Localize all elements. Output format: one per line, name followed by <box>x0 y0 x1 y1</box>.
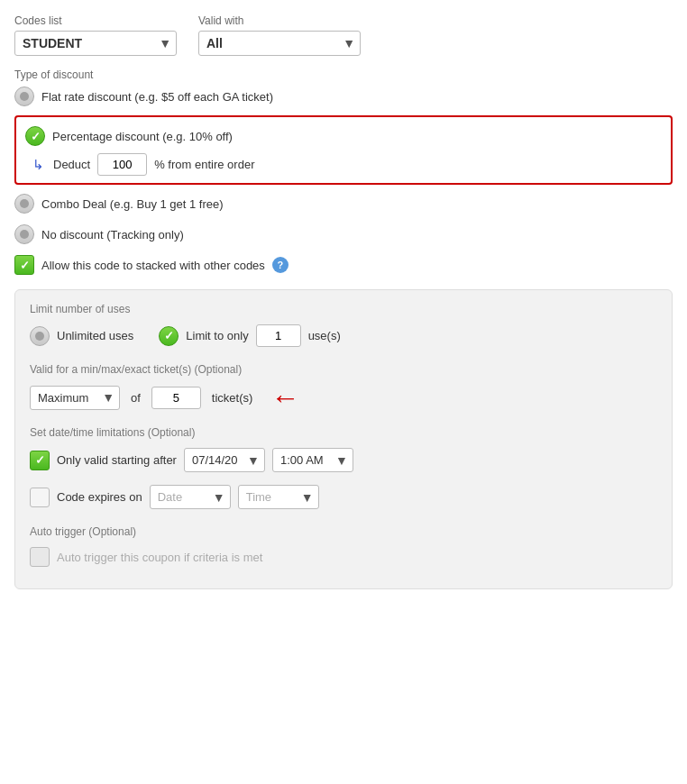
red-arrow-icon: ← <box>270 383 299 412</box>
valid-tickets-section: Valid for a min/max/exact ticket(s) (Opt… <box>30 363 657 412</box>
valid-with-label: Valid with <box>198 14 361 27</box>
deduct-arrow-icon: ↳ <box>32 157 44 173</box>
time-select[interactable]: 1:00 AM <box>272 448 353 472</box>
limit-only-option-row: Limit to only use(s) <box>159 323 341 349</box>
flat-rate-label: Flat rate discount (e.g. $5 off each GA … <box>41 90 273 104</box>
top-selects-row: Codes list STUDENT ▼ Valid with All ▼ <box>14 14 673 56</box>
expires-date-select[interactable]: Date <box>150 485 231 509</box>
expires-time-select[interactable]: Time <box>238 485 319 509</box>
tickets-select[interactable]: Maximum Minimum Exact <box>30 386 120 410</box>
deduct-suffix: % from entire order <box>154 158 254 171</box>
percentage-label: Percentage discount (e.g. 10% off) <box>52 130 233 143</box>
deduct-label: Deduct <box>53 158 90 171</box>
stacked-label: Allow this code to stacked with other co… <box>41 259 265 272</box>
type-of-discount-section: Type of discount Flat rate discount (e.g… <box>14 68 673 277</box>
combo-radio[interactable] <box>14 194 34 214</box>
auto-trigger-label: Auto trigger (Optional) <box>30 525 657 538</box>
valid-with-select[interactable]: All <box>198 31 361 56</box>
starting-after-row: Only valid starting after 07/14/20 ▼ 1:0… <box>30 446 657 474</box>
starting-after-label: Only valid starting after <box>57 453 177 467</box>
no-discount-radio[interactable] <box>14 224 34 244</box>
combo-label: Combo Deal (e.g. Buy 1 get 1 free) <box>41 197 224 211</box>
auto-trigger-text: Auto trigger this coupon if criteria is … <box>57 551 262 564</box>
auto-trigger-row: Auto trigger this coupon if criteria is … <box>30 545 657 569</box>
type-of-discount-label: Type of discount <box>14 68 673 81</box>
datetime-label: Set date/time limitations (Optional) <box>30 426 657 439</box>
combo-radio-inner <box>20 199 29 208</box>
expires-checkbox[interactable] <box>30 488 50 507</box>
auto-trigger-section: Auto trigger (Optional) Auto trigger thi… <box>30 525 657 569</box>
gray-panel: Limit number of uses Unlimited uses Limi… <box>14 289 673 589</box>
stacked-help-icon[interactable]: ? <box>272 257 289 273</box>
no-discount-label: No discount (Tracking only) <box>41 228 184 242</box>
limit-only-suffix: use(s) <box>308 329 341 342</box>
flat-rate-radio-inner <box>20 92 29 101</box>
percentage-radio[interactable] <box>25 126 45 146</box>
deduct-input[interactable] <box>97 153 147 176</box>
of-label: of <box>131 391 141 405</box>
limit-uses-label: Limit number of uses <box>30 303 657 315</box>
percentage-highlight-box: Percentage discount (e.g. 10% off) ↳ Ded… <box>14 115 673 185</box>
date-select-wrapper[interactable]: 07/14/20 ▼ <box>184 448 265 472</box>
tickets-count-input[interactable] <box>151 387 201 409</box>
codes-list-col: Codes list STUDENT ▼ <box>14 14 177 56</box>
date-select[interactable]: 07/14/20 <box>184 448 265 472</box>
stacked-checkbox[interactable] <box>14 255 34 275</box>
unlimited-radio-inner <box>35 332 44 341</box>
time-select-wrapper[interactable]: 1:00 AM ▼ <box>272 448 353 472</box>
auto-trigger-checkbox[interactable] <box>30 547 50 567</box>
no-discount-option-row: No discount (Tracking only) <box>14 223 673 246</box>
limit-only-radio[interactable] <box>159 326 179 346</box>
limit-uses-row: Unlimited uses Limit to only use(s) <box>30 323 657 349</box>
stacked-option-row: Allow this code to stacked with other co… <box>14 253 673 277</box>
tickets-suffix: ticket(s) <box>212 391 253 405</box>
valid-with-col: Valid with All ▼ <box>198 14 361 56</box>
starting-after-checkbox[interactable] <box>30 451 50 470</box>
limit-only-input[interactable] <box>256 324 301 347</box>
valid-tickets-label: Valid for a min/max/exact ticket(s) (Opt… <box>30 363 657 376</box>
codes-list-label: Codes list <box>14 14 177 27</box>
flat-rate-radio[interactable] <box>14 87 34 106</box>
valid-tickets-row: Maximum Minimum Exact ▼ of ticket(s) ← <box>30 383 657 412</box>
limit-uses-section: Limit number of uses Unlimited uses Limi… <box>30 303 657 349</box>
tickets-select-wrapper[interactable]: Maximum Minimum Exact ▼ <box>30 386 120 410</box>
unlimited-option-row: Unlimited uses <box>30 324 133 348</box>
deduct-row: ↳ Deduct % from entire order <box>32 153 662 176</box>
codes-list-wrapper[interactable]: STUDENT ▼ <box>14 31 177 56</box>
unlimited-radio[interactable] <box>30 326 50 346</box>
expires-date-wrapper[interactable]: Date ▼ <box>150 485 231 509</box>
expires-label: Code expires on <box>57 490 142 504</box>
limit-only-label: Limit to only <box>186 329 248 342</box>
valid-with-wrapper[interactable]: All ▼ <box>198 31 361 56</box>
codes-list-select[interactable]: STUDENT <box>14 31 177 56</box>
expires-row: Code expires on Date ▼ Time ▼ <box>30 483 657 511</box>
percentage-option-row: Percentage discount (e.g. 10% off) <box>25 124 662 148</box>
no-discount-radio-inner <box>20 230 29 239</box>
flat-rate-option-row: Flat rate discount (e.g. $5 off each GA … <box>14 85 673 108</box>
datetime-section: Set date/time limitations (Optional) Onl… <box>30 426 657 511</box>
expires-time-wrapper[interactable]: Time ▼ <box>238 485 319 509</box>
combo-option-row: Combo Deal (e.g. Buy 1 get 1 free) <box>14 192 673 215</box>
unlimited-label: Unlimited uses <box>57 329 133 342</box>
